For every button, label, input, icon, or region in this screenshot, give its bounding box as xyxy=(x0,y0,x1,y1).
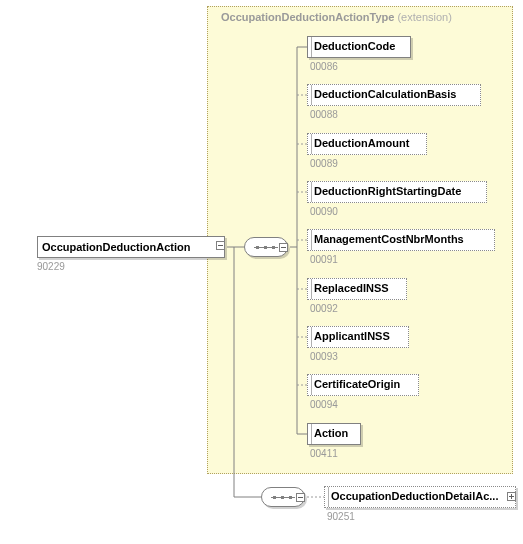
child-certificate-origin[interactable]: CertificateOrigin xyxy=(307,374,419,396)
extension-type-suffix: (extension) xyxy=(397,11,451,23)
extension-type-name: OccupationDeductionActionType xyxy=(221,11,394,23)
child-deduction-code[interactable]: DeductionCode xyxy=(307,36,411,58)
child-code: 00093 xyxy=(310,351,338,362)
minus-icon[interactable] xyxy=(279,243,288,252)
child-code: 00088 xyxy=(310,109,338,120)
child-occupation-deduction-detail[interactable]: OccupationDeductionDetailAc... xyxy=(324,486,516,508)
root-element-code: 90229 xyxy=(37,261,65,272)
child-label: ReplacedINSS xyxy=(314,282,389,294)
child-code: 00091 xyxy=(310,254,338,265)
child-label: Action xyxy=(314,427,348,439)
child-label: DeductionCalculationBasis xyxy=(314,88,456,100)
child-code: 90251 xyxy=(327,511,355,522)
child-label: OccupationDeductionDetailAc... xyxy=(331,490,498,502)
root-element-label: OccupationDeductionAction xyxy=(42,241,191,253)
child-replaced-inss[interactable]: ReplacedINSS xyxy=(307,278,407,300)
child-code: 00090 xyxy=(310,206,338,217)
child-action[interactable]: Action xyxy=(307,423,361,445)
minus-icon[interactable] xyxy=(216,241,225,250)
minus-icon[interactable] xyxy=(296,493,305,502)
child-label: DeductionAmount xyxy=(314,137,409,149)
child-code: 00411 xyxy=(310,448,338,459)
child-code: 00089 xyxy=(310,158,338,169)
child-code: 00092 xyxy=(310,303,338,314)
child-deduction-calculation-basis[interactable]: DeductionCalculationBasis xyxy=(307,84,481,106)
child-label: ManagementCostNbrMonths xyxy=(314,233,464,245)
child-label: ApplicantINSS xyxy=(314,330,390,342)
child-label: DeductionRightStartingDate xyxy=(314,185,461,197)
root-element[interactable]: OccupationDeductionAction xyxy=(37,236,225,258)
plus-icon[interactable] xyxy=(507,492,516,501)
child-label: DeductionCode xyxy=(314,40,395,52)
child-code: 00086 xyxy=(310,61,338,72)
sequence-inner[interactable] xyxy=(261,487,305,507)
child-applicant-inss[interactable]: ApplicantINSS xyxy=(307,326,409,348)
child-label: CertificateOrigin xyxy=(314,378,400,390)
child-deduction-right-starting-date[interactable]: DeductionRightStartingDate xyxy=(307,181,487,203)
child-code: 00094 xyxy=(310,399,338,410)
extension-title: OccupationDeductionActionType (extension… xyxy=(221,11,452,23)
child-deduction-amount[interactable]: DeductionAmount xyxy=(307,133,427,155)
sequence-outer[interactable] xyxy=(244,237,288,257)
child-management-cost-nbr-months[interactable]: ManagementCostNbrMonths xyxy=(307,229,495,251)
